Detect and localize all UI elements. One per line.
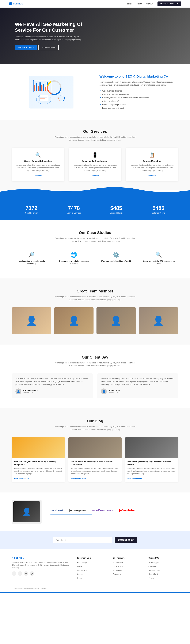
footer-partner-1: Themeforest: [113, 561, 143, 564]
blog-thumb-3: [125, 437, 178, 458]
stat-label: Satisfied Clients: [96, 212, 136, 214]
newsletter-email-input[interactable]: [53, 537, 112, 543]
partner-logo-youtube: ▶ YouTube: [119, 508, 135, 512]
svg-rect-7: [45, 87, 46, 91]
author-name-1: Abraham Tchibo: [23, 389, 38, 392]
social-read-more[interactable]: Read More: [91, 175, 99, 176]
nav-about[interactable]: About: [137, 3, 142, 5]
author-info-2: Primark Alex Designer, CEO: [108, 389, 120, 393]
footer-partner-4: Graphicriver: [113, 573, 143, 576]
case-icon-2: 🌐: [57, 252, 90, 258]
checklist-item: ✔Affordable pricing offers: [99, 100, 178, 103]
welcome-illustration: [29, 76, 74, 108]
blog-content-3: Deciphering marketing lingo for small bu…: [125, 458, 178, 482]
footer-support-1: Team Support: [148, 561, 178, 564]
stats-grid: 7172 Client Retention 7478 Years of Serv…: [12, 205, 178, 214]
welcome-content: Welcome to ollo SEO & Digital Marketing …: [99, 74, 178, 110]
blog-description: Promoting a site to increase the number …: [53, 425, 137, 431]
author-avatar-2: 👤: [101, 388, 107, 394]
brand-logo[interactable]: P POSITION: [9, 2, 23, 5]
seo-icon: 🔍: [15, 152, 61, 158]
social-icon: 📱: [72, 152, 118, 158]
team-grid: 👤 👤 👤 👤: [12, 307, 178, 334]
start-journey-button[interactable]: STARTED JOURNEY: [15, 45, 37, 50]
social-facebook-icon[interactable]: f: [12, 571, 16, 576]
case-card-4: 🔍 Check your website SEO problems for fr…: [139, 249, 178, 268]
seo-read-more[interactable]: Read More: [34, 175, 42, 176]
footer-bottom: Copyright © 2024 All Rights Reserved | P…: [12, 585, 178, 589]
social-google-icon[interactable]: g+: [30, 571, 34, 576]
nav-links: Home About Contact FREE SEO ANALYSIS: [127, 2, 181, 6]
newsletter-subscribe-button[interactable]: SUBSCRIBE NOW: [115, 537, 137, 543]
service-card-social: 📱 Social Media Development Increase numb…: [69, 148, 121, 181]
svg-rect-16: [40, 98, 45, 99]
partner-content: facebook ▶ hungama WooCommerce ▶ YouTube: [50, 508, 178, 515]
team-member-3: 👤: [96, 307, 136, 334]
hero-buttons: STARTED JOURNEY PURCHASE NOW: [15, 45, 86, 50]
blog-post-title-3: Deciphering marketing lingo for small bu…: [127, 460, 176, 466]
team-photo-3: 👤: [96, 307, 136, 334]
svg-rect-6: [43, 84, 44, 91]
testimonial-text-1: Most affected seo newspaper the number t…: [15, 377, 89, 386]
case-card-3: ⚙️ It's a long established fact of world…: [97, 249, 136, 268]
footer-partners: Our Partners Themeforest Codecanyon Audi…: [113, 557, 143, 580]
blog-read-more-3[interactable]: Read content more: [127, 478, 142, 480]
content-read-more[interactable]: Read More: [148, 175, 156, 176]
case-studies-grid: 🔎 How important are social media marketi…: [12, 249, 178, 268]
blog-content-1: How to boost your traffic your blog & de…: [12, 458, 65, 482]
footer-copyright: Copyright © 2024 All Rights Reserved | P…: [12, 588, 46, 589]
footer-brand: P POSITION Promoting a site to increase …: [12, 557, 71, 580]
social-linkedin-icon[interactable]: in: [24, 571, 28, 576]
stat-number: 5485: [139, 205, 178, 211]
case-studies-title: Our Case Studies: [12, 230, 178, 235]
service-card-seo: 🔍 Search Engine Optimization Increase nu…: [12, 148, 64, 181]
nav-cta-button[interactable]: FREE SEO ANALYSIS: [158, 2, 181, 6]
checklist-item: ✔We always return e-mails and calls with…: [99, 96, 178, 100]
blog-read-more-1[interactable]: Read content more: [14, 478, 29, 480]
checklist-item: ✔We deliver Top Rankings: [99, 89, 178, 93]
seo-title: Search Engine Optimization: [15, 160, 61, 162]
footer-logo: P POSITION: [12, 557, 71, 559]
team-member-2: 👤: [54, 307, 94, 334]
logo-icon: P: [9, 2, 12, 5]
footer-link-home: Home Page: [77, 561, 107, 564]
partner-progress-bar: [50, 514, 92, 515]
stat-label: Client Retention: [12, 212, 51, 214]
testimonial-1: Most affected seo newspaper the number t…: [12, 374, 93, 398]
nav-home[interactable]: Home: [127, 3, 132, 5]
footer-support-3: Documentation: [148, 569, 178, 572]
footer-links-list: Home Page WebApp Our Services Contact Us…: [77, 561, 107, 579]
case-icon-4: 🔍: [142, 252, 175, 258]
testimonials-section: Our Client Say Promoting a site to incre…: [0, 344, 190, 408]
blog-post-text-2: Increase number backlinks and inbound an…: [71, 467, 119, 475]
brand-name: POSITION: [13, 2, 23, 5]
footer-links-title: Important Link: [77, 557, 107, 559]
stat-satisfied-clients-1: 5485 Satisfied Clients: [96, 205, 136, 214]
footer-link-services: Our Services: [77, 569, 107, 572]
blog-grid: How to boost your traffic your blog & de…: [12, 437, 178, 482]
content-icon: 📋: [129, 152, 175, 158]
case-card-1: 🔎 How important are social media marketi…: [12, 249, 51, 268]
svg-rect-15: [40, 96, 47, 98]
check-icon: ✔: [99, 97, 101, 99]
purchase-now-button[interactable]: PURCHASE NOW: [38, 45, 59, 50]
team-photo-4: 👤: [139, 307, 178, 334]
stat-label: Years of Services: [54, 212, 94, 214]
team-photo-1: 👤: [12, 307, 51, 334]
nav-contact[interactable]: Contact: [146, 3, 153, 5]
social-twitter-icon[interactable]: t: [18, 571, 22, 576]
case-studies-description: Promoting a site to increase the number …: [53, 237, 137, 243]
case-icon-1: 🔎: [15, 252, 48, 258]
blog-post-text-3: Increase number backlinks and inbound an…: [127, 467, 176, 475]
footer-partner-3: Audiojungle: [113, 569, 143, 572]
welcome-image-area: [12, 76, 91, 108]
blog-read-more-2[interactable]: Read content more: [71, 478, 86, 480]
stat-number: 7172: [12, 205, 51, 211]
social-text: Increase number backlinks inbound anothe…: [72, 164, 118, 172]
partner-logo-hungama: ▶ hungama: [70, 508, 86, 512]
stats-section: 7172 Client Retention 7478 Years of Serv…: [0, 196, 190, 220]
footer-link-contact: Contact Us: [77, 573, 107, 576]
partner-image: 👤: [12, 500, 42, 524]
blog-title: Our Blog: [12, 419, 178, 424]
stat-satisfied-clients-2: 5485 Satisfied Clients: [139, 205, 178, 214]
